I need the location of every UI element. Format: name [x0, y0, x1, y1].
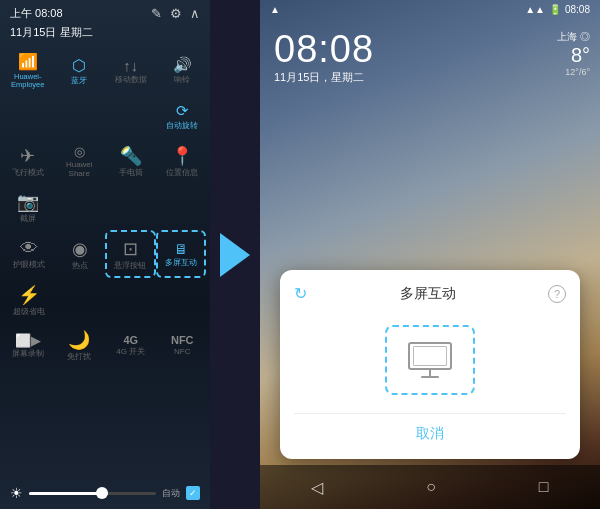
left-time: 上午 08:08 — [10, 6, 63, 21]
tile-dnd-label: 免打扰 — [67, 353, 91, 362]
tile-huaweishare-label: Huawei Share — [56, 161, 104, 179]
screenshot-icon: 📷 — [17, 191, 39, 213]
tile-nfc-label: NFC — [174, 348, 190, 357]
signal-icon: ▲▲ — [525, 4, 545, 15]
tile-floatbutton[interactable]: ⊡ 悬浮按钮 — [105, 230, 156, 279]
right-clock-date: 11月15日，星期二 — [274, 70, 374, 85]
tiles-row4: ⬜▶ 屏幕录制 🌙 免打扰 4G 4G 开关 NFC NFC — [0, 323, 210, 368]
tiles-row3: 👁 护眼模式 ◉ 热点 ⊡ 悬浮按钮 🖥 多屏互动 — [2, 230, 208, 279]
eyeprotect-icon: 👁 — [20, 238, 38, 259]
weather-city: 上海 ◎ — [557, 30, 590, 44]
recents-button[interactable]: □ — [539, 478, 549, 496]
floatbutton-icon: ⊡ — [123, 238, 138, 260]
tile-eyeprotect[interactable]: 👁 护眼模式 — [4, 230, 55, 279]
monitor-base — [421, 376, 439, 378]
tiles-row3-container: 👁 护眼模式 ◉ 热点 ⊡ 悬浮按钮 🖥 多屏互动 ⚡ 超级省电 — [0, 230, 210, 324]
right-clock-time: 08:08 — [274, 30, 374, 68]
brightness-slider[interactable] — [29, 492, 156, 495]
tile-eyeprotect-label: 护眼模式 — [13, 261, 45, 270]
right-clock: 08:08 11月15日，星期二 — [274, 30, 374, 85]
flashlight-icon: 🔦 — [120, 145, 142, 167]
brightness-thumb[interactable] — [96, 487, 108, 499]
brightness-icon: ☀ — [10, 485, 23, 501]
brightness-label: 自动 — [162, 487, 180, 500]
edit-icon[interactable]: ✎ — [151, 6, 162, 21]
tiles-row2: ✈ 飞行模式 ◎ Huawei Share 🔦 手电筒 📍 位置信息 — [0, 138, 210, 185]
autorotate-icon: ⟳ — [176, 102, 189, 120]
monitor-screen-inner — [413, 346, 447, 366]
right-status-right: ▲▲ 🔋 08:08 — [525, 4, 590, 15]
tile-mobile-data[interactable]: ↑↓ 移动数据 — [105, 46, 157, 96]
nfc-icon: NFC — [171, 334, 194, 346]
brightness-check[interactable]: ✓ — [186, 486, 200, 500]
tile-powersave-label: 超级省电 — [13, 308, 45, 317]
tile-dnd[interactable]: 🌙 免打扰 — [54, 323, 106, 368]
bottom-nav: ◁ ○ □ — [260, 465, 600, 509]
screenrecord-icon: ⬜▶ — [15, 333, 41, 348]
settings-icon[interactable]: ⚙ — [170, 6, 182, 21]
mobile-data-icon: ↑↓ — [123, 57, 138, 74]
multi-screen-icon-box[interactable] — [385, 325, 475, 395]
huaweishare-icon: ◎ — [74, 144, 85, 159]
weather-temp: 8° — [557, 44, 590, 67]
sound-icon: 🔊 — [173, 56, 192, 74]
arrow-right-icon — [220, 233, 250, 277]
4g-icon: 4G — [123, 334, 138, 346]
tile-sound[interactable]: 🔊 响铃 — [157, 46, 209, 96]
tile-multiscreen-label: 多屏互动 — [165, 259, 197, 268]
tile-4g-label: 4G 开关 — [116, 348, 145, 357]
tile-autorotate-label: 自动旋转 — [166, 122, 198, 131]
cancel-button[interactable]: 取消 — [416, 425, 444, 441]
modal-refresh-icon[interactable]: ↻ — [294, 284, 307, 303]
tiles-row1b: ⟳ 自动旋转 — [0, 96, 210, 139]
multiscreen-icon: 🖥 — [174, 241, 188, 257]
right-status-left: ▲ — [270, 4, 280, 15]
home-button[interactable]: ○ — [426, 478, 436, 496]
tile-screenshot[interactable]: 📷 截屏 — [2, 185, 54, 230]
right-status-bar: ▲ ▲▲ 🔋 08:08 — [260, 0, 600, 19]
tile-airplane[interactable]: ✈ 飞行模式 — [2, 138, 54, 185]
tile-screenshot-label: 截屏 — [20, 215, 36, 224]
back-button[interactable]: ◁ — [311, 478, 323, 497]
wifi-status-icon: ▲ — [270, 4, 280, 15]
left-top-bar: 上午 08:08 ✎ ⚙ ∧ — [0, 0, 210, 25]
right-time: 08:08 — [565, 4, 590, 15]
tiles-row3b: ⚡ 超级省电 — [2, 278, 208, 323]
tile-flashlight[interactable]: 🔦 手电筒 — [105, 138, 157, 185]
right-panel: ▲ ▲▲ 🔋 08:08 08:08 11月15日，星期二 上海 ◎ 8° 12… — [260, 0, 600, 509]
bluetooth-icon: ⬡ — [72, 56, 86, 75]
monitor-screen — [408, 342, 452, 370]
weather-range: 12°/6° — [557, 67, 590, 77]
modal-help-icon[interactable]: ? — [548, 285, 566, 303]
left-date: 11月15日 星期二 — [0, 25, 210, 46]
tile-wifi[interactable]: 📶 Huawei-Employee — [2, 46, 54, 96]
tile-nfc[interactable]: NFC NFC — [157, 323, 209, 368]
tile-bluetooth[interactable]: ⬡ 蓝牙 — [54, 46, 106, 96]
collapse-icon[interactable]: ∧ — [190, 6, 200, 21]
wifi-icon: 📶 — [18, 52, 38, 71]
tile-bluetooth-label: 蓝牙 — [71, 77, 87, 86]
left-top-icons: ✎ ⚙ ∧ — [151, 6, 200, 21]
tile-powersave[interactable]: ⚡ 超级省电 — [4, 278, 55, 323]
tile-4g[interactable]: 4G 4G 开关 — [105, 323, 157, 368]
modal-dialog: ↻ 多屏互动 ? 取消 — [280, 270, 580, 459]
battery-icon: 🔋 — [549, 4, 561, 15]
tile-sound-label: 响铃 — [174, 76, 190, 85]
tile-autorotate[interactable]: ⟳ 自动旋转 — [157, 96, 209, 137]
monitor-icon — [408, 342, 452, 378]
tile-screenrecord[interactable]: ⬜▶ 屏幕录制 — [2, 323, 54, 368]
dnd-icon: 🌙 — [68, 329, 90, 351]
tile-airplane-label: 飞行模式 — [12, 169, 44, 178]
tile-multiscreen[interactable]: 🖥 多屏互动 — [156, 230, 207, 279]
weather-widget: 上海 ◎ 8° 12°/6° — [557, 30, 590, 77]
left-panel: 上午 08:08 ✎ ⚙ ∧ 11月15日 星期二 📶 Huawei-Emplo… — [0, 0, 210, 509]
tile-huaweishare[interactable]: ◎ Huawei Share — [54, 138, 106, 185]
tile-hotspot[interactable]: ◉ 热点 — [55, 230, 106, 279]
hotspot-icon: ◉ — [72, 238, 88, 260]
tile-floatbutton-label: 悬浮按钮 — [114, 262, 146, 271]
tile-location[interactable]: 📍 位置信息 — [157, 138, 209, 185]
arrow-section — [210, 0, 260, 509]
brightness-fill — [29, 492, 99, 495]
brightness-bar: ☀ 自动 ✓ — [0, 477, 210, 509]
location-icon: 📍 — [171, 145, 193, 167]
